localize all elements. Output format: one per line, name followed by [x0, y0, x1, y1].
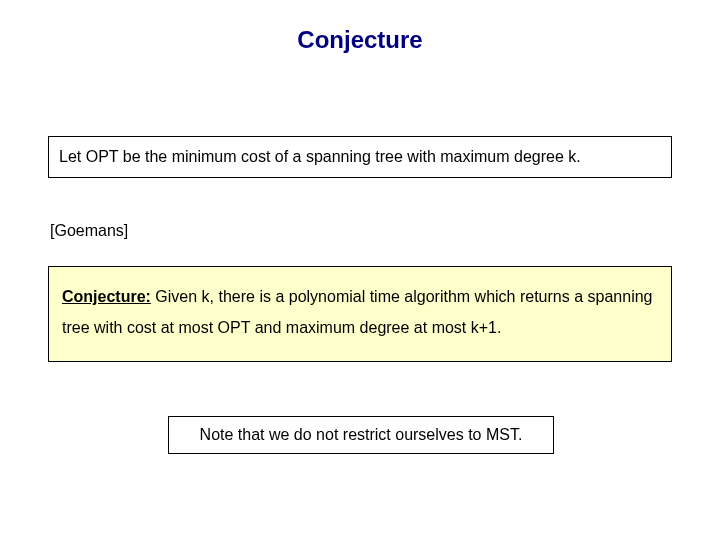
slide: Conjecture Let OPT be the minimum cost o… [0, 0, 720, 540]
definition-text: Let OPT be the minimum cost of a spannin… [59, 148, 581, 165]
note-text: Note that we do not restrict ourselves t… [200, 426, 523, 443]
conjecture-box: Conjecture: Given k, there is a polynomi… [48, 266, 672, 362]
conjecture-text: Given k, there is a polynomial time algo… [62, 288, 652, 336]
slide-title: Conjecture [0, 26, 720, 54]
citation: [Goemans] [50, 222, 128, 240]
conjecture-label: Conjecture: [62, 288, 151, 305]
definition-box: Let OPT be the minimum cost of a spannin… [48, 136, 672, 178]
note-box: Note that we do not restrict ourselves t… [168, 416, 554, 454]
